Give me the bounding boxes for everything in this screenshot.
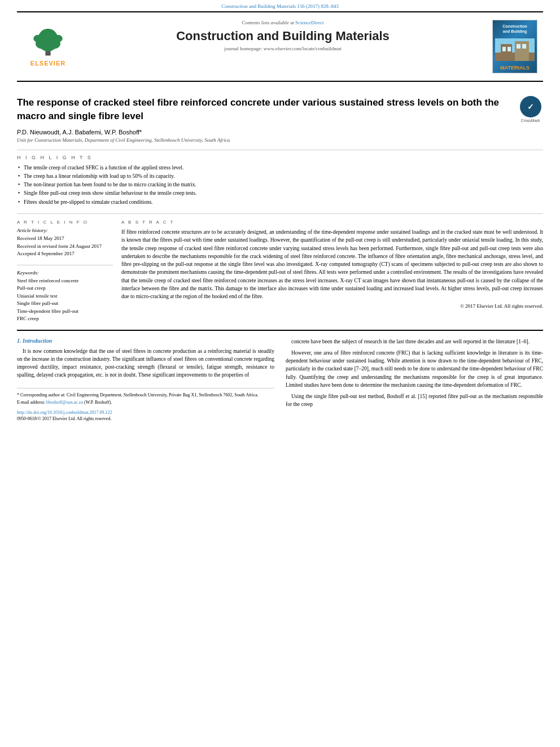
cover-building-image — [495, 38, 535, 61]
keyword-1: Steel fibre reinforced concrete — [17, 277, 113, 285]
doi-link[interactable]: http://dx.doi.org/10.1016/j.conbuildmat.… — [17, 410, 274, 415]
divider-1 — [17, 150, 543, 150]
abstract-label: A B S T R A C T — [121, 220, 543, 225]
email-link[interactable]: bboshoff@sun.ac.za — [46, 400, 83, 405]
keyword-4: Single fibre pull-out — [17, 300, 113, 308]
list-item: Single fibre pull-out creep tests show s… — [17, 189, 543, 198]
article-title-section: The response of cracked steel fibre rein… — [17, 96, 543, 123]
keyword-2: Pull-out creep — [17, 285, 113, 292]
body-left-col: 1. Introduction It is now common knowled… — [17, 338, 274, 421]
sciencedirect-link[interactable]: ScienceDirect — [295, 20, 323, 25]
article-info-col: A R T I C L E I N F O Article history: R… — [17, 220, 113, 323]
list-item: The creep has a linear relationship with… — [17, 172, 543, 181]
issn-line: 0950-0618/© 2017 Elsevier Ltd. All right… — [17, 416, 274, 421]
received-date: Received 18 May 2017 — [17, 235, 113, 243]
list-item: The non-linear portion has been found to… — [17, 181, 543, 189]
keyword-3: Uniaxial tensile test — [17, 292, 113, 300]
journal-homepage: journal homepage: www.elsevier.com/locat… — [85, 46, 481, 51]
svg-rect-13 — [522, 44, 526, 49]
highlights-label: H I G H L I G H T S — [17, 155, 543, 160]
footer: * Corresponding author at: Civil Enginee… — [17, 388, 274, 421]
revised-date: Received in revised form 24 August 2017 — [17, 243, 113, 251]
contents-available-line: Contents lists available at ScienceDirec… — [85, 20, 481, 25]
elsevier-logo-section: ELSEVIER — [17, 17, 79, 76]
crossmark-icon: ✓ — [520, 96, 541, 117]
svg-rect-12 — [517, 44, 520, 49]
article-info-abstract: A R T I C L E I N F O Article history: R… — [17, 220, 543, 323]
svg-rect-11 — [508, 47, 511, 51]
page: Construction and Building Materials 156 … — [0, 0, 560, 747]
journal-citation: Construction and Building Materials 156 … — [221, 3, 338, 9]
abstract-text: If fibre reinforced concrete structures … — [121, 228, 543, 300]
copyright: © 2017 Elsevier Ltd. All rights reserved… — [121, 303, 543, 309]
cover-title-text: Construction and Building — [502, 24, 527, 34]
journal-header: ELSEVIER Contents lists available at Sci… — [17, 11, 543, 82]
elsevier-logo: ELSEVIER — [30, 27, 65, 67]
affiliation: Unit for Construction Materials, Departm… — [17, 137, 543, 143]
keyword-6: FRC creep — [17, 315, 113, 323]
journal-title: Construction and Building Materials — [85, 29, 481, 43]
journal-header-center: Contents lists available at ScienceDirec… — [79, 17, 487, 76]
journal-cover-section: Construction and Building MATERIALS — [487, 17, 543, 76]
article-history: Article history: Received 18 May 2017 Re… — [17, 228, 113, 258]
crossmark-section: ✓ CrossMark — [518, 96, 543, 123]
highlights-section: H I G H L I G H T S The tensile creep of… — [17, 155, 543, 207]
divider-thick — [17, 330, 543, 331]
article-title: The response of cracked steel fibre rein… — [17, 96, 509, 123]
elsevier-tree-icon — [31, 27, 65, 58]
footnote-email: E-mail address: bboshoff@sun.ac.za (W.P.… — [17, 399, 274, 405]
keywords-title: Keywords: — [17, 270, 113, 276]
keywords-section: Keywords: Steel fibre reinforced concret… — [17, 270, 113, 323]
intro-heading: 1. Introduction — [17, 338, 274, 344]
footnote-star: * Corresponding author at: Civil Enginee… — [17, 392, 274, 398]
journal-bar: Construction and Building Materials 156 … — [0, 0, 560, 11]
right-para1: concrete have been the subject of resear… — [286, 338, 543, 346]
authors-line: P.D. Nieuwoudt, A.J. Babafemi, W.P. Bosh… — [17, 129, 543, 136]
building-svg — [495, 38, 535, 61]
author-names: P.D. Nieuwoudt, A.J. Babafemi, W.P. Bosh… — [17, 129, 142, 136]
svg-point-5 — [54, 34, 63, 42]
body-section: 1. Introduction It is now common knowled… — [17, 338, 543, 421]
keyword-5: Time-dependent fibre pull-out — [17, 308, 113, 316]
main-content: The response of cracked steel fibre rein… — [0, 82, 560, 430]
journal-cover-image: Construction and Building MATERIALS — [492, 20, 537, 73]
highlights-list: The tensile creep of cracked SFRC is a f… — [17, 164, 543, 207]
svg-rect-8 — [501, 44, 512, 61]
elsevier-name: ELSEVIER — [30, 60, 65, 67]
list-item: Fibres should be pre-slipped to simulate… — [17, 198, 543, 207]
intro-para1: It is now common knowledge that the use … — [17, 347, 274, 379]
divider-3 — [17, 265, 113, 265]
history-title: Article history: — [17, 228, 113, 233]
article-info-label: A R T I C L E I N F O — [17, 220, 113, 225]
accepted-date: Accepted 4 September 2017 — [17, 250, 113, 258]
abstract-col: A B S T R A C T If fibre reinforced conc… — [121, 220, 543, 323]
body-right-col: concrete have been the subject of resear… — [286, 338, 543, 421]
list-item: The tensile creep of cracked SFRC is a f… — [17, 164, 543, 172]
divider-2 — [17, 213, 543, 214]
svg-point-6 — [44, 29, 53, 37]
svg-rect-10 — [502, 47, 506, 51]
right-para2: However, one area of fibre reinforced co… — [286, 349, 543, 389]
cover-materials-text: MATERIALS — [500, 65, 530, 71]
crossmark-label: CrossMark — [521, 119, 540, 123]
right-para3: Using the single fibre pull-out test met… — [286, 392, 543, 409]
svg-point-4 — [33, 34, 42, 42]
